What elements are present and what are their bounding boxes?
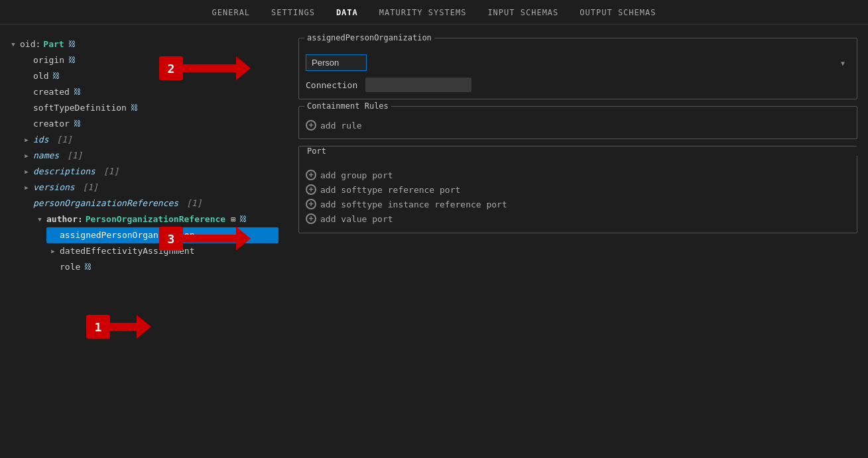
annotation-label-1: 1 bbox=[86, 315, 110, 339]
arrow-head-1 bbox=[137, 315, 151, 339]
tree-node-author: ▼ author: PersonOrganizationReference ⊞ … bbox=[7, 211, 279, 227]
add-rule-label[interactable]: add rule bbox=[320, 121, 362, 131]
versions-expand-icon[interactable]: ▶ bbox=[23, 184, 31, 192]
connection-value bbox=[365, 78, 471, 92]
author-link-icon: ⛓ bbox=[239, 212, 247, 227]
role-link-icon: ⛓ bbox=[84, 260, 92, 274]
node-author-key: author: bbox=[46, 212, 83, 227]
old-link-icon: ⛓ bbox=[52, 69, 60, 84]
add-value-port-label[interactable]: add value port bbox=[320, 214, 393, 224]
right-panel: 2 3 assignedPersonOrganization Person Or… bbox=[292, 31, 868, 446]
node-person-org-refs-label: personOrganizationReferences bbox=[33, 196, 178, 211]
arrow-body-2 bbox=[183, 64, 236, 72]
main-content: ▼ oid: Part ⛓ origin ⛓ old bbox=[0, 25, 868, 453]
port-box-title: Port bbox=[304, 146, 862, 156]
tree-node-softtype: softTypeDefinition ⛓ bbox=[7, 100, 279, 116]
add-rule-icon[interactable]: + bbox=[306, 120, 316, 131]
tree-node-names: ▶ names [1] bbox=[7, 148, 279, 164]
dated-expand-icon[interactable]: ▶ bbox=[49, 247, 57, 255]
add-softtype-instance-label[interactable]: add softtype instance reference port bbox=[320, 200, 507, 209]
annotation-label-2: 2 bbox=[159, 56, 183, 80]
node-origin-label: origin bbox=[33, 53, 64, 68]
containment-rules-box: Containment Rules + add rule bbox=[298, 106, 857, 139]
descriptions-expand-icon[interactable]: ▶ bbox=[23, 168, 31, 176]
port-content: + add group port + add softtype referenc… bbox=[299, 161, 857, 233]
tree-node-creator: creator ⛓ bbox=[7, 116, 279, 132]
add-softtype-ref-label[interactable]: add softtype reference port bbox=[320, 185, 460, 195]
softtype-link-icon: ⛓ bbox=[131, 101, 138, 115]
nav-input-schemas[interactable]: INPUT SCHEMAS bbox=[487, 8, 558, 17]
author-copy-icon: ⊞ bbox=[231, 212, 235, 227]
descriptions-count: [1] bbox=[98, 164, 119, 179]
nav-data[interactable]: DATA bbox=[336, 8, 358, 17]
annotation-1: 1 bbox=[86, 315, 151, 339]
annotation-3: 3 bbox=[159, 227, 251, 251]
root-key: oid: bbox=[20, 37, 40, 52]
node-creator-label: creator bbox=[33, 117, 70, 131]
nav-general[interactable]: GENERAL bbox=[212, 8, 251, 17]
nav-maturity[interactable]: MATURITY SYSTEMS bbox=[379, 8, 467, 17]
tree-node-versions: ▶ versions [1] bbox=[7, 180, 279, 196]
node-created-label: created bbox=[33, 85, 70, 99]
root-link-icon: ⛓ bbox=[68, 37, 76, 52]
arrow-body-1 bbox=[110, 323, 137, 331]
ids-expand-icon[interactable]: ▶ bbox=[23, 136, 31, 144]
person-dropdown[interactable]: Person Organization bbox=[306, 54, 367, 71]
node-old-label: old bbox=[33, 69, 48, 84]
arrow-head-3 bbox=[236, 227, 251, 251]
root-type: Part bbox=[43, 37, 64, 52]
port-row-softtype-ref: + add softtype reference port bbox=[306, 182, 850, 197]
author-expand-icon[interactable]: ▼ bbox=[36, 215, 44, 223]
connection-label: Connection bbox=[306, 80, 359, 90]
names-expand-icon[interactable]: ▶ bbox=[23, 152, 31, 160]
nav-settings[interactable]: SETTINGS bbox=[271, 8, 315, 17]
top-nav: GENERAL SETTINGS DATA MATURITY SYSTEMS I… bbox=[0, 0, 868, 25]
assigned-box-title: assignedPersonOrganization bbox=[304, 33, 434, 42]
connection-row: Connection bbox=[306, 78, 850, 92]
nav-output-schemas[interactable]: OUTPUT SCHEMAS bbox=[580, 8, 656, 17]
ids-count: [1] bbox=[51, 133, 72, 147]
root-expand-icon[interactable]: ▼ bbox=[9, 40, 17, 48]
port-row-softtype-instance: + add softtype instance reference port bbox=[306, 197, 850, 211]
tree-node-ids: ▶ ids [1] bbox=[7, 132, 279, 148]
node-versions-label: versions bbox=[33, 180, 75, 195]
dropdown-row: Person Organization bbox=[306, 54, 850, 71]
node-ids-label: ids bbox=[33, 133, 48, 147]
node-softtype-label: softTypeDefinition bbox=[33, 101, 127, 115]
add-value-port-icon[interactable]: + bbox=[306, 213, 316, 224]
assigned-person-org-box: assignedPersonOrganization Person Organi… bbox=[298, 38, 857, 99]
tree-node-role: role ⛓ bbox=[7, 259, 279, 275]
node-names-label: names bbox=[33, 148, 59, 163]
node-descriptions-label: descriptions bbox=[33, 164, 95, 179]
containment-box-title: Containment Rules bbox=[304, 101, 391, 111]
origin-link-icon: ⛓ bbox=[68, 53, 76, 68]
tree-root-node: ▼ oid: Part ⛓ bbox=[7, 36, 279, 52]
add-group-port-label[interactable]: add group port bbox=[320, 170, 393, 180]
creator-link-icon: ⛓ bbox=[74, 117, 81, 131]
port-box: Port + add group port + add softtype ref… bbox=[298, 146, 857, 233]
tree-node-descriptions: ▶ descriptions [1] bbox=[7, 164, 279, 180]
versions-count: [1] bbox=[78, 180, 98, 195]
add-softtype-ref-icon[interactable]: + bbox=[306, 184, 316, 195]
person-dropdown-wrapper[interactable]: Person Organization bbox=[306, 54, 850, 71]
add-softtype-instance-icon[interactable]: + bbox=[306, 199, 316, 209]
annotation-label-3: 3 bbox=[159, 227, 183, 251]
tree-node-created: created ⛓ bbox=[7, 84, 279, 100]
tree-node-person-org-refs: personOrganizationReferences [1] bbox=[7, 196, 279, 211]
arrow-body-3 bbox=[183, 235, 236, 243]
arrow-head-2 bbox=[236, 56, 251, 80]
annotation-2: 2 bbox=[159, 56, 251, 80]
add-group-port-icon[interactable]: + bbox=[306, 170, 316, 180]
node-author-type: PersonOrganizationReference bbox=[86, 212, 225, 227]
created-link-icon: ⛓ bbox=[74, 85, 81, 99]
person-org-refs-count: [1] bbox=[181, 196, 202, 211]
port-row-value: + add value port bbox=[306, 211, 850, 226]
add-rule-row: + add rule bbox=[306, 119, 850, 132]
port-row-group: + add group port bbox=[306, 168, 850, 182]
node-role-label: role bbox=[60, 260, 80, 274]
names-count: [1] bbox=[62, 148, 82, 163]
